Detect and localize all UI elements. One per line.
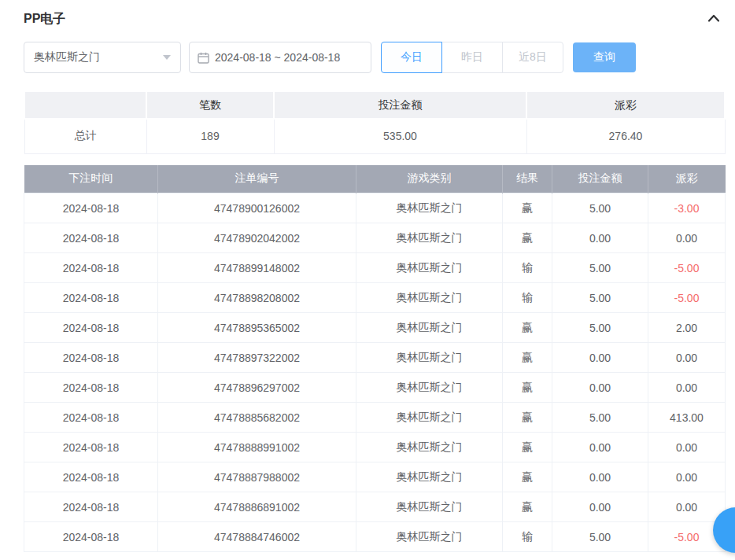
summary-total-payout: 276.40 [526,119,725,153]
order-id: 47478886891002 [158,492,356,522]
table-row: 2024-08-1847478886891002奥林匹斯之门赢0.000.00 [24,492,726,522]
quick-range-yesterday[interactable]: 昨日 [441,42,503,73]
order-id: 47478885682002 [158,403,356,433]
bet-amount: 0.00 [552,492,648,522]
summary-total-bet: 535.00 [274,119,526,153]
game-type: 奥林匹斯之门 [356,223,503,253]
payout: 413.00 [648,403,726,433]
summary-table: 笔数 投注金额 派彩 总计 189 535.00 276.40 [24,90,726,154]
summary-total-row: 总计 189 535.00 276.40 [24,119,725,153]
quick-range-last8days[interactable]: 近8日 [502,42,563,73]
game-type: 奥林匹斯之门 [356,343,503,373]
game-type: 奥林匹斯之门 [356,492,503,522]
column-header: 结果 [503,165,552,193]
table-row: 2024-08-1847478887988002奥林匹斯之门赢0.000.00 [24,462,726,492]
game-type: 奥林匹斯之门 [356,433,503,462]
table-row: 2024-08-1847478898208002奥林匹斯之门输5.00-5.00 [24,283,726,313]
payout: 0.00 [648,373,726,403]
bet-amount: 5.00 [552,403,648,433]
result: 赢 [503,433,552,462]
bet-time: 2024-08-18 [24,253,158,283]
table-row: 2024-08-1847478902042002奥林匹斯之门赢0.000.00 [24,223,726,253]
order-id: 47478888991002 [158,433,356,462]
column-header: 注单编号 [158,165,356,193]
order-id: 47478899148002 [158,253,356,283]
bet-time: 2024-08-18 [24,373,158,403]
table-row: 2024-08-1847478897322002奥林匹斯之门赢0.000.00 [24,343,726,373]
payout: 0.00 [648,462,726,492]
bet-records-table: 下注时间注单编号游戏类别结果投注金额派彩 2024-08-18474789001… [24,165,726,553]
bet-amount: 5.00 [552,283,648,313]
game-type: 奥林匹斯之门 [356,373,503,403]
payout: 0.00 [648,492,726,522]
bet-time: 2024-08-18 [24,343,158,373]
payout: -5.00 [648,283,726,313]
filter-bar: 奥林匹斯之门 2024-08-18 ~ 2024-08-18 今日昨日近8日 查… [24,42,726,73]
result: 赢 [503,462,552,492]
column-header: 派彩 [648,165,726,193]
bet-amount: 0.00 [552,433,648,462]
order-id: 47478884746002 [158,522,356,552]
game-type: 奥林匹斯之门 [356,522,503,552]
game-type: 奥林匹斯之门 [356,462,503,492]
game-type: 奥林匹斯之门 [356,193,503,223]
quick-range-today[interactable]: 今日 [381,42,442,73]
result: 输 [503,522,552,552]
order-id: 47478898208002 [158,283,356,313]
payout: 2.00 [648,313,726,343]
bet-time: 2024-08-18 [24,462,158,492]
search-button[interactable]: 查询 [573,42,636,72]
game-type: 奥林匹斯之门 [356,283,503,313]
payout: 0.00 [648,343,726,373]
bet-amount: 0.00 [552,223,648,253]
summary-header-bet: 投注金额 [274,91,526,119]
report-panel: PP电子 奥林匹斯之门 2024-08-18 ~ 2024 [0,0,735,552]
game-type: 奥林匹斯之门 [356,403,503,433]
bet-amount: 0.00 [552,343,648,373]
column-header: 游戏类别 [356,165,503,193]
column-header: 下注时间 [24,165,158,193]
calendar-icon [198,52,209,64]
bet-time: 2024-08-18 [24,522,158,552]
panel-header: PP电子 [24,11,726,28]
bet-time: 2024-08-18 [24,193,158,223]
bet-amount: 0.00 [552,462,648,492]
summary-header-blank [24,91,146,119]
bet-amount: 5.00 [552,253,648,283]
bet-time: 2024-08-18 [24,223,158,253]
bet-amount: 0.00 [552,373,648,403]
order-id: 47478897322002 [158,343,356,373]
game-select[interactable]: 奥林匹斯之门 [24,42,181,73]
game-type: 奥林匹斯之门 [356,313,503,343]
payout: 0.00 [648,433,726,462]
bet-time: 2024-08-18 [24,403,158,433]
table-header-row: 下注时间注单编号游戏类别结果投注金额派彩 [24,165,726,193]
date-range-value: 2024-08-18 ~ 2024-08-18 [215,51,340,64]
order-id: 47478887988002 [158,462,356,492]
order-id: 47478900126002 [158,193,356,223]
game-type: 奥林匹斯之门 [356,253,503,283]
result: 赢 [503,373,552,403]
bet-amount: 5.00 [552,313,648,343]
column-header: 投注金额 [552,165,648,193]
table-row: 2024-08-1847478899148002奥林匹斯之门输5.00-5.00 [24,253,726,283]
table-row: 2024-08-1847478888991002奥林匹斯之门赢0.000.00 [24,433,726,462]
table-row: 2024-08-1847478900126002奥林匹斯之门赢5.00-3.00 [24,193,726,223]
date-range-input[interactable]: 2024-08-18 ~ 2024-08-18 [189,42,371,73]
bet-amount: 5.00 [552,193,648,223]
table-row: 2024-08-1847478895365002奥林匹斯之门赢5.002.00 [24,313,726,343]
summary-total-count: 189 [146,119,274,153]
result: 赢 [503,343,552,373]
game-select-value: 奥林匹斯之门 [34,50,100,64]
bet-time: 2024-08-18 [24,433,158,462]
chevron-down-icon [163,55,171,60]
summary-total-label: 总计 [24,119,146,153]
result: 赢 [503,223,552,253]
summary-header-row: 笔数 投注金额 派彩 [24,91,725,119]
order-id: 47478895365002 [158,313,356,343]
summary-header-count: 笔数 [146,91,274,119]
result: 输 [503,283,552,313]
payout: -5.00 [648,253,726,283]
bet-time: 2024-08-18 [24,283,158,313]
collapse-panel-button[interactable] [707,13,721,27]
